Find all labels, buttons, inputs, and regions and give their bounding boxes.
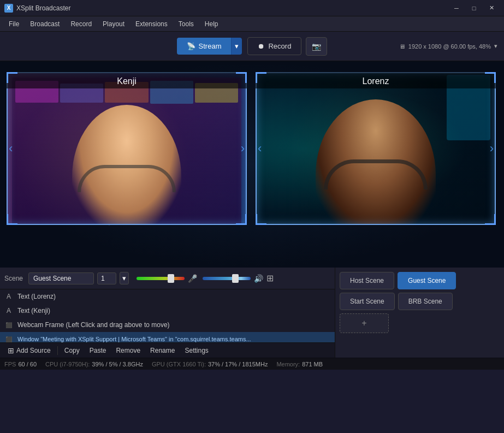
menubar: File Broadcast Record Playout Extensions… bbox=[0, 16, 504, 32]
corner-bl-lorenz bbox=[256, 214, 266, 225]
settings-button[interactable]: Settings bbox=[180, 345, 212, 356]
stream-dropdown-button[interactable]: ▾ bbox=[231, 38, 242, 55]
host-scene-btn[interactable]: Host Scene bbox=[340, 272, 394, 289]
mem-value: 871 MB bbox=[302, 361, 323, 367]
cam-kenji-bg bbox=[7, 72, 247, 225]
add-source-icon: ⊞ bbox=[8, 346, 14, 355]
paste-button[interactable]: Paste bbox=[85, 345, 111, 356]
volume-slider-2 bbox=[203, 277, 251, 280]
statusbar: FPS 60 / 60 CPU (i7-9750H): 39% / 5% / 3… bbox=[0, 358, 504, 370]
screenshot-button[interactable]: 📷 bbox=[306, 37, 327, 56]
mem-label: Memory: bbox=[276, 361, 300, 367]
corner-tr-kenji bbox=[236, 72, 247, 83]
add-scene-btn[interactable]: + bbox=[340, 313, 389, 333]
monitor-icon: 🖥 bbox=[399, 43, 405, 50]
bottom-section: Scene ▾ 🎤 🔊 ⊞ Transition bbox=[0, 268, 504, 358]
scene-label: Scene bbox=[4, 275, 23, 282]
menu-file[interactable]: File bbox=[3, 18, 25, 30]
copy-button[interactable]: Copy bbox=[60, 345, 84, 356]
add-source-button[interactable]: ⊞ Add Source bbox=[3, 345, 55, 357]
record-icon: ⏺ bbox=[258, 42, 265, 50]
vol-track-2[interactable] bbox=[203, 277, 251, 280]
stream-button[interactable]: 📡 Stream bbox=[177, 38, 232, 55]
source-icon-1: A bbox=[4, 307, 13, 315]
window-controls: ─ □ ✕ bbox=[448, 2, 500, 14]
fps-status: FPS 60 / 60 bbox=[4, 361, 37, 367]
vol-knob-2[interactable] bbox=[232, 274, 239, 283]
toolbar-resolution: 🖥 1920 x 1080 @ 60.00 fps, 48% ▾ bbox=[399, 43, 497, 50]
scene-dropdown-btn[interactable]: ▾ bbox=[120, 272, 129, 284]
source-icon-0: A bbox=[4, 293, 13, 300]
menu-broadcast[interactable]: Broadcast bbox=[25, 18, 65, 30]
speaker-icon[interactable]: 🔊 bbox=[254, 274, 263, 283]
corner-tl-lorenz bbox=[256, 72, 266, 83]
source-icon-3: ⬛ bbox=[4, 336, 13, 342]
toolbar-divider-1 bbox=[57, 346, 58, 355]
titlebar: X XSplit Broadcaster ─ □ ✕ bbox=[0, 0, 504, 16]
corner-tr-lorenz bbox=[485, 72, 496, 83]
gpu-status: GPU (GTX 1660 Ti): 37% / 17% / 1815MHz bbox=[152, 361, 268, 367]
cam-panel-kenji[interactable]: Kenji ‹ › bbox=[7, 72, 247, 225]
corner-bl-kenji bbox=[7, 214, 17, 225]
guest-scene-btn[interactable]: Guest Scene bbox=[398, 272, 456, 289]
stream-button-group: 📡 Stream ▾ bbox=[177, 38, 242, 55]
cam-video-kenji: ‹ › bbox=[7, 72, 247, 225]
arrow-right-lorenz: › bbox=[490, 141, 494, 156]
source-name-3: Window "Meeting with XSplit Support | Mi… bbox=[17, 336, 312, 342]
source-icon-2: ⬛ bbox=[4, 322, 13, 328]
menu-extensions[interactable]: Extensions bbox=[130, 18, 173, 30]
fps-label: FPS bbox=[4, 361, 16, 367]
remove-button[interactable]: Remove bbox=[111, 345, 145, 356]
menu-tools[interactable]: Tools bbox=[173, 18, 199, 30]
scenes-panel: Host Scene Guest Scene Start Scene BRB S… bbox=[335, 268, 504, 358]
gpu-value: 37% / 17% / 1815MHz bbox=[208, 361, 268, 367]
app-title: XSplit Broadcaster bbox=[16, 4, 448, 12]
scene-name-input[interactable] bbox=[28, 272, 94, 284]
rename-button[interactable]: Rename bbox=[146, 345, 179, 356]
maximize-button[interactable]: □ bbox=[466, 2, 482, 14]
cam-label-lorenz: Lorenz bbox=[256, 72, 496, 88]
arrow-left-kenji: ‹ bbox=[9, 141, 13, 156]
menu-record[interactable]: Record bbox=[65, 18, 97, 30]
stream-icon: 📡 bbox=[187, 42, 195, 50]
scenes-grid: Host Scene Guest Scene Start Scene BRB S… bbox=[335, 268, 504, 337]
record-button[interactable]: ⏺ Record bbox=[247, 37, 301, 55]
mixer-icon[interactable]: ⊞ bbox=[266, 273, 274, 283]
arrow-left-lorenz: ‹ bbox=[258, 141, 262, 156]
app-icon: X bbox=[4, 4, 13, 13]
cpu-status: CPU (i7-9750H): 39% / 5% / 3.8GHz bbox=[45, 361, 143, 367]
toolbar: 📡 Stream ▾ ⏺ Record 📷 🖥 1920 x 1080 @ 60… bbox=[0, 32, 504, 61]
minimize-button[interactable]: ─ bbox=[448, 2, 465, 14]
mem-status: Memory: 871 MB bbox=[276, 361, 323, 367]
cpu-label: CPU (i7-9750H): bbox=[45, 361, 90, 367]
toolbar-dropdown-icon: ▾ bbox=[494, 43, 497, 50]
close-button[interactable]: ✕ bbox=[483, 2, 500, 14]
preview-area: Kenji ‹ › bbox=[0, 61, 504, 268]
cam-panel-lorenz[interactable]: Lorenz ‹ › bbox=[256, 72, 496, 225]
corner-br-kenji bbox=[236, 214, 247, 225]
start-scene-btn[interactable]: Start Scene bbox=[340, 293, 395, 310]
brb-scene-btn[interactable]: BRB Scene bbox=[398, 293, 453, 310]
arrow-right-kenji: › bbox=[241, 141, 245, 156]
cam-lorenz-bg bbox=[256, 72, 496, 225]
fps-value: 60 / 60 bbox=[18, 361, 37, 367]
vol-knob-1[interactable] bbox=[168, 274, 174, 283]
menu-help[interactable]: Help bbox=[199, 18, 224, 30]
corner-tl-kenji bbox=[7, 72, 17, 83]
scene-num-input[interactable] bbox=[97, 272, 116, 284]
vol-track-1[interactable] bbox=[137, 277, 185, 280]
mic-icon[interactable]: 🎤 bbox=[188, 274, 197, 283]
gpu-label: GPU (GTX 1660 Ti): bbox=[152, 361, 206, 367]
corner-br-lorenz bbox=[485, 214, 496, 225]
cam-video-lorenz: ‹ › bbox=[256, 72, 496, 225]
cam-label-kenji: Kenji bbox=[7, 72, 247, 88]
menu-playout[interactable]: Playout bbox=[97, 18, 130, 30]
volume-slider-1 bbox=[137, 277, 185, 280]
cpu-value: 39% / 5% / 3.8GHz bbox=[92, 361, 143, 367]
